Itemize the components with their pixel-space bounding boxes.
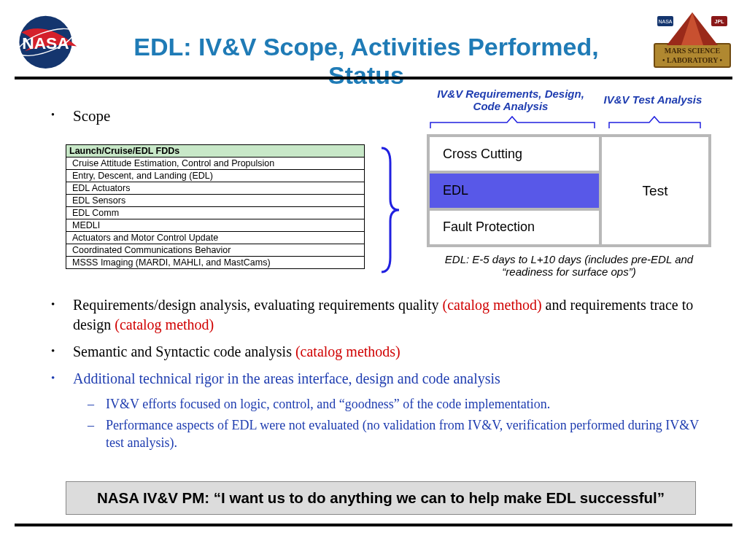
table-row: MSSS Imaging (MARDI, MAHLI, and MastCams…: [66, 257, 365, 269]
bracket-icon: [427, 112, 598, 131]
fdd-table: Launch/Cruise/EDL FDDs Cruise Attitude E…: [66, 144, 365, 269]
msl-logo: NASA JPL MARS SCIENCE • LABORATORY •: [649, 9, 736, 74]
page-title: EDL: IV&V Scope, Activities Performed, S…: [95, 33, 638, 90]
bullet-requirements: Requirements/design analysis, evaluating…: [51, 295, 711, 335]
pm-quote: NASA IV&V PM: “I want us to do anything …: [66, 481, 696, 515]
diagram-label-test: IV&V Test Analysis: [595, 88, 711, 112]
bullet-dot: •: [51, 109, 55, 121]
table-row: EDL Actuators: [66, 182, 365, 195]
footer-rule: [15, 524, 732, 526]
diagram-cell-fault: Fault Protection: [430, 211, 599, 244]
bullet-technical-rigor: Additional technical rigor in the areas …: [51, 369, 711, 389]
table-row: EDL Comm: [66, 207, 365, 219]
diagram-cell-crosscutting: Cross Cutting: [430, 137, 599, 174]
header-rule: [15, 77, 732, 79]
svg-text:MARS SCIENCE: MARS SCIENCE: [665, 47, 721, 55]
analysis-diagram: IV&V Requirements, Design, Code Analysis…: [427, 88, 711, 278]
table-row: Entry, Descent, and Landing (EDL): [66, 170, 365, 182]
svg-text:JPL: JPL: [715, 19, 725, 24]
fdd-header: Launch/Cruise/EDL FDDs: [66, 145, 365, 158]
bullet-semantic: Semantic and Syntactic code analysis (ca…: [51, 342, 711, 362]
nasa-logo: NASA: [11, 13, 80, 71]
table-row: EDL Sensors: [66, 195, 365, 207]
table-row: Actuators and Motor Control Update: [66, 232, 365, 244]
svg-text:NASA: NASA: [658, 19, 672, 24]
table-row: MEDLI: [66, 219, 365, 232]
sub-bullet-efforts: IV&V efforts focused on logic, control, …: [51, 396, 711, 413]
diagram-cell-test: Test: [602, 137, 708, 244]
curly-brace-icon: [376, 144, 405, 276]
bracket-icon: [605, 112, 704, 131]
diagram-cell-edl: EDL: [430, 174, 599, 210]
diagram-caption: EDL: E-5 days to L+10 days (includes pre…: [427, 253, 711, 278]
svg-text:• LABORATORY •: • LABORATORY •: [662, 56, 723, 64]
table-row: Coordinated Communications Behavior: [66, 244, 365, 257]
sub-bullet-performance: Performance aspects of EDL were not eval…: [51, 417, 711, 451]
svg-text:NASA: NASA: [22, 34, 69, 52]
diagram-label-requirements: IV&V Requirements, Design, Code Analysis: [427, 88, 595, 112]
table-row: Cruise Attitude Estimation, Control and …: [66, 158, 365, 170]
